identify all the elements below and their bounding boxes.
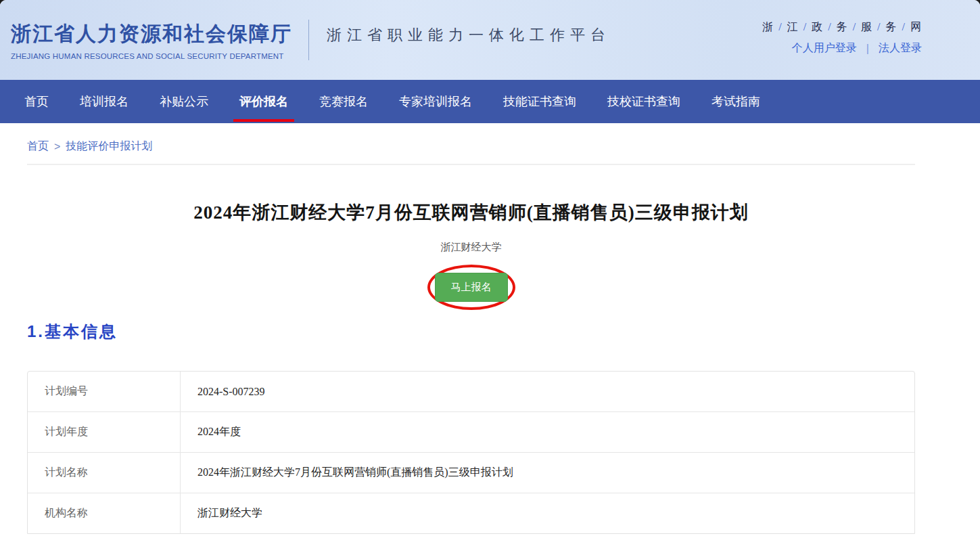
breadcrumb-current: 技能评价申报计划 bbox=[66, 139, 152, 154]
nav-item-school-certificate-query[interactable]: 技校证书查询 bbox=[607, 80, 680, 123]
nav-item-label: 考试指南 bbox=[711, 93, 760, 110]
content-container: 首页 > 技能评价申报计划 2024年浙江财经大学7月份互联网营销师(直播销售员… bbox=[27, 123, 915, 534]
nav-item-evaluation-signup[interactable]: 评价报名 bbox=[239, 80, 288, 123]
nav-item-exam-guide[interactable]: 考试指南 bbox=[711, 80, 760, 123]
table-row: 机构名称 浙江财经大学 bbox=[28, 493, 914, 533]
signup-now-button[interactable]: 马上报名 bbox=[435, 273, 508, 302]
gov-net-slash: / bbox=[877, 21, 881, 32]
main-nav: 首页 培训报名 补贴公示 评价报名 竞赛报名 专家培训报名 技能证书查询 技校证… bbox=[0, 80, 980, 123]
breadcrumb-separator: > bbox=[54, 141, 60, 153]
active-tab-underline bbox=[233, 119, 294, 122]
nav-item-label: 技能证书查询 bbox=[503, 93, 576, 110]
nav-item-expert-training-signup[interactable]: 专家培训报名 bbox=[399, 80, 472, 123]
gov-net-char: 服 bbox=[861, 21, 872, 32]
nav-item-label: 专家培训报名 bbox=[399, 93, 472, 110]
nav-item-label: 培训报名 bbox=[80, 93, 129, 110]
table-row: 计划年度 2024年度 bbox=[28, 411, 914, 452]
gov-net-char: 政 bbox=[812, 21, 823, 32]
gov-net-slash: / bbox=[902, 21, 906, 32]
page: 浙江省人力资源和社会保障厅 ZHEJIANG HUMAN RESOURCES A… bbox=[0, 0, 980, 536]
row-label-plan-name: 计划名称 bbox=[28, 453, 181, 493]
header-divider bbox=[308, 20, 309, 60]
department-logo-subtitle: ZHEJIANG HUMAN RESOURCES AND SOCIAL SECU… bbox=[11, 52, 292, 60]
breadcrumb-home-link[interactable]: 首页 bbox=[27, 139, 49, 154]
row-value-organization-name: 浙江财经大学 bbox=[181, 493, 914, 533]
nav-item-skill-certificate-query[interactable]: 技能证书查询 bbox=[503, 80, 576, 123]
table-row: 计划编号 2024-S-007239 bbox=[28, 372, 914, 411]
row-value-plan-number: 2024-S-007239 bbox=[181, 372, 914, 411]
row-value-plan-name: 2024年浙江财经大学7月份互联网营销师(直播销售员)三级申报计划 bbox=[181, 453, 914, 493]
table-row: 计划名称 2024年浙江财经大学7月份互联网营销师(直播销售员)三级申报计划 bbox=[28, 452, 914, 493]
personal-login-link[interactable]: 个人用户登录 bbox=[792, 41, 857, 55]
gov-net-slash: / bbox=[778, 21, 782, 32]
breadcrumb-divider bbox=[27, 164, 915, 165]
gov-net-char: 浙 bbox=[762, 21, 774, 32]
nav-item-training-signup[interactable]: 培训报名 bbox=[80, 80, 129, 123]
gov-net-slash: / bbox=[853, 21, 856, 32]
signup-area: 马上报名 bbox=[27, 265, 915, 310]
row-value-plan-year: 2024年度 bbox=[181, 412, 914, 452]
login-separator: | bbox=[866, 43, 869, 55]
gov-net-char: 务 bbox=[886, 21, 897, 32]
nav-item-home[interactable]: 首页 bbox=[24, 80, 49, 123]
nav-item-label: 评价报名 bbox=[239, 93, 288, 110]
legal-entity-login-link[interactable]: 法人登录 bbox=[879, 41, 922, 55]
nav-item-label: 竞赛报名 bbox=[319, 93, 368, 110]
platform-name: 浙江省职业能力一体化工作平台 bbox=[327, 25, 611, 45]
gov-net-char: 江 bbox=[787, 21, 799, 32]
gov-service-net-link[interactable]: 浙/江/政/务/服/务/网 bbox=[762, 20, 922, 35]
organization-subtitle: 浙江财经大学 bbox=[27, 241, 915, 254]
gov-net-slash: / bbox=[828, 21, 831, 32]
department-logo-title: 浙江省人力资源和社会保障厅 bbox=[11, 20, 292, 48]
nav-item-label: 首页 bbox=[24, 93, 49, 110]
nav-item-label: 技校证书查询 bbox=[607, 93, 680, 110]
basic-info-table: 计划编号 2024-S-007239 计划年度 2024年度 计划名称 2024… bbox=[27, 371, 915, 534]
nav-item-label: 补贴公示 bbox=[160, 93, 208, 110]
site-header: 浙江省人力资源和社会保障厅 ZHEJIANG HUMAN RESOURCES A… bbox=[0, 0, 980, 80]
signup-annotation-wrapper: 马上报名 bbox=[427, 265, 515, 310]
login-row: 个人用户登录 | 法人登录 bbox=[792, 41, 922, 55]
page-title: 2024年浙江财经大学7月份互联网营销师(直播销售员)三级申报计划 bbox=[27, 200, 915, 225]
nav-item-competition-signup[interactable]: 竞赛报名 bbox=[319, 80, 368, 123]
breadcrumb: 首页 > 技能评价申报计划 bbox=[27, 123, 915, 154]
gov-net-char: 务 bbox=[837, 21, 848, 32]
header-right: 浙/江/政/务/服/务/网 个人用户登录 | 法人登录 bbox=[762, 20, 922, 55]
gov-net-char: 网 bbox=[910, 21, 922, 32]
gov-net-slash: / bbox=[803, 21, 807, 32]
section-heading-basic-info: 1.基本信息 bbox=[27, 321, 915, 342]
row-label-plan-year: 计划年度 bbox=[28, 412, 181, 452]
nav-item-subsidy-publicity[interactable]: 补贴公示 bbox=[160, 80, 208, 123]
department-logo[interactable]: 浙江省人力资源和社会保障厅 ZHEJIANG HUMAN RESOURCES A… bbox=[11, 20, 292, 60]
row-label-plan-number: 计划编号 bbox=[28, 372, 181, 411]
row-label-organization-name: 机构名称 bbox=[28, 493, 181, 533]
